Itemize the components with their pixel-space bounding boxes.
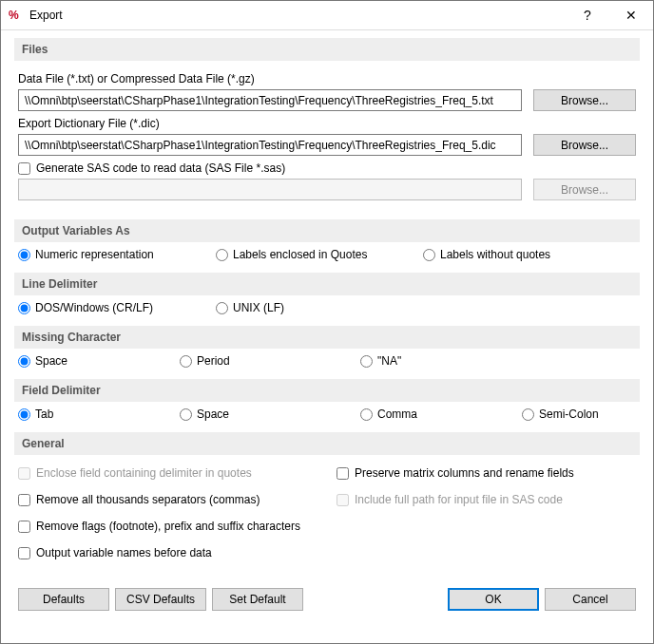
field-semicolon-label[interactable]: Semi-Colon xyxy=(539,407,599,421)
set-default-button[interactable]: Set Default xyxy=(212,588,303,611)
general-header: General xyxy=(14,432,640,455)
missing-na-label[interactable]: "NA" xyxy=(377,354,401,368)
files-header: Files xyxy=(14,38,640,61)
data-file-label: Data File (*.txt) or Compressed Data Fil… xyxy=(18,72,636,85)
csv-defaults-button[interactable]: CSV Defaults xyxy=(115,588,206,611)
remove-flags-checkbox[interactable] xyxy=(18,521,30,533)
output-quoted-radio[interactable] xyxy=(216,249,228,261)
remove-flags-label[interactable]: Remove flags (footnote), prefix and suff… xyxy=(36,520,300,533)
missing-space-radio[interactable] xyxy=(18,355,30,368)
enclose-quotes-label: Enclose field containing delimiter in qu… xyxy=(36,466,252,480)
missing-period-radio[interactable] xyxy=(180,355,192,368)
missing-char-group: Space Period "NA" xyxy=(14,349,640,373)
remove-sep-checkbox[interactable] xyxy=(18,494,30,506)
field-semicolon-radio[interactable] xyxy=(522,408,534,421)
field-space-radio[interactable] xyxy=(180,408,192,421)
preserve-matrix-checkbox[interactable] xyxy=(337,467,349,480)
field-comma-label[interactable]: Comma xyxy=(377,407,417,421)
missing-na-radio[interactable] xyxy=(360,355,373,368)
missing-period-label[interactable]: Period xyxy=(197,354,230,368)
output-names-label[interactable]: Output variable names before data xyxy=(36,546,212,559)
help-button[interactable]: ? xyxy=(566,1,609,29)
enclose-quotes-checkbox xyxy=(18,467,30,480)
output-numeric-radio[interactable] xyxy=(18,249,30,261)
ok-button[interactable]: OK xyxy=(448,588,539,611)
line-dos-radio[interactable] xyxy=(18,302,30,314)
missing-char-header: Missing Character xyxy=(14,326,640,349)
output-quoted-label[interactable]: Labels enclosed in Quotes xyxy=(233,248,367,261)
field-space-label[interactable]: Space xyxy=(197,407,229,421)
output-vars-group: Numeric representation Labels enclosed i… xyxy=(14,242,640,267)
line-delim-group: DOS/Windows (CR/LF) UNIX (LF) xyxy=(14,295,640,320)
field-tab-label[interactable]: Tab xyxy=(35,407,53,421)
missing-space-label[interactable]: Space xyxy=(35,354,67,368)
files-section: Data File (*.txt) or Compressed Data Fil… xyxy=(14,61,640,214)
button-bar: Defaults CSV Defaults Set Default OK Can… xyxy=(14,588,640,611)
titlebar: % Export ? ✕ xyxy=(1,1,653,30)
close-button[interactable]: ✕ xyxy=(609,1,653,29)
output-names-checkbox[interactable] xyxy=(18,547,30,559)
dic-file-input[interactable] xyxy=(18,134,522,156)
output-numeric-label[interactable]: Numeric representation xyxy=(35,248,154,261)
browse-sas-button: Browse... xyxy=(533,179,636,200)
line-unix-label[interactable]: UNIX (LF) xyxy=(233,301,284,314)
sas-file-input xyxy=(18,179,522,200)
field-delim-group: Tab Space Comma Semi-Colon xyxy=(14,402,640,426)
output-noquotes-radio[interactable] xyxy=(423,249,435,261)
dic-file-label: Export Dictionary File (*.dic) xyxy=(18,117,636,130)
dialog-content: Files Data File (*.txt) or Compressed Da… xyxy=(1,30,653,622)
include-path-checkbox xyxy=(337,494,349,506)
browse-dic-button[interactable]: Browse... xyxy=(533,134,636,156)
include-path-label: Include full path for input file in SAS … xyxy=(355,493,563,506)
defaults-button[interactable]: Defaults xyxy=(18,588,109,611)
generate-sas-label[interactable]: Generate SAS code to read data (SAS File… xyxy=(36,161,285,175)
browse-data-button[interactable]: Browse... xyxy=(533,89,636,111)
preserve-matrix-label[interactable]: Preserve matrix columns and rename field… xyxy=(355,466,574,480)
field-comma-radio[interactable] xyxy=(360,408,373,421)
output-vars-header: Output Variables As xyxy=(14,219,640,242)
remove-sep-label[interactable]: Remove all thousands separators (commas) xyxy=(36,493,260,506)
field-tab-radio[interactable] xyxy=(18,408,30,421)
field-delim-header: Field Delimiter xyxy=(14,379,640,402)
general-section: Enclose field containing delimiter in qu… xyxy=(14,455,640,567)
line-dos-label[interactable]: DOS/Windows (CR/LF) xyxy=(35,301,153,314)
output-noquotes-label[interactable]: Labels without quotes xyxy=(440,248,550,261)
cancel-button[interactable]: Cancel xyxy=(545,588,636,611)
line-delim-header: Line Delimiter xyxy=(14,273,640,295)
data-file-input[interactable] xyxy=(18,89,522,111)
svg-text:%: % xyxy=(9,9,19,22)
line-unix-radio[interactable] xyxy=(216,302,228,314)
window-title: Export xyxy=(29,9,566,22)
app-icon: % xyxy=(9,8,24,23)
generate-sas-checkbox[interactable] xyxy=(18,162,30,175)
